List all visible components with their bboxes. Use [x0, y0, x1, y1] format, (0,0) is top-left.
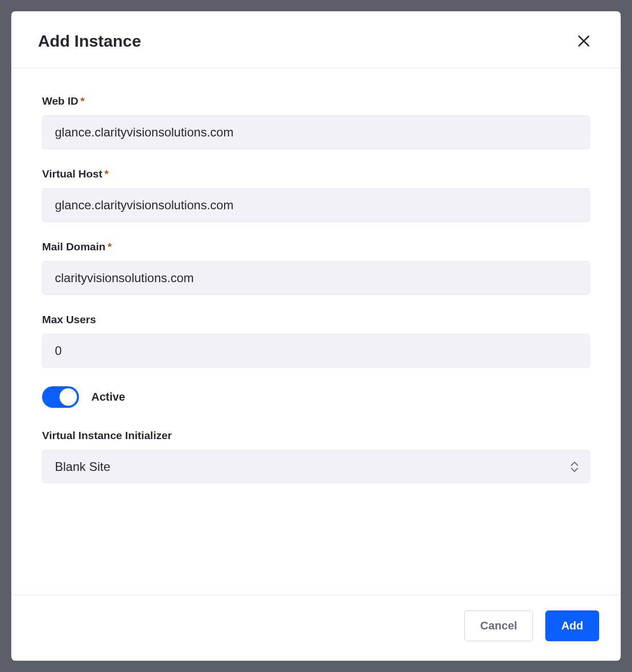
- virtual-host-label-text: Virtual Host: [42, 168, 102, 180]
- modal-body: Web ID* Virtual Host* Mail Domain* Max U…: [11, 68, 621, 595]
- virtual-host-label: Virtual Host*: [42, 168, 590, 180]
- required-asterisk: *: [81, 95, 85, 107]
- initializer-label: Virtual Instance Initializer: [42, 429, 590, 442]
- initializer-select[interactable]: Blank Site: [42, 450, 590, 483]
- modal-footer: Cancel Add: [11, 595, 621, 661]
- toggle-knob: [60, 388, 77, 406]
- mail-domain-label: Mail Domain*: [42, 241, 590, 253]
- max-users-input[interactable]: [42, 334, 590, 368]
- active-toggle-label: Active: [91, 390, 125, 404]
- modal-title: Add Instance: [38, 32, 141, 51]
- max-users-group: Max Users: [42, 313, 590, 368]
- initializer-select-wrapper: Blank Site: [42, 450, 590, 483]
- virtual-host-group: Virtual Host*: [42, 168, 590, 222]
- max-users-label: Max Users: [42, 313, 590, 326]
- add-button[interactable]: Add: [545, 610, 599, 641]
- mail-domain-input[interactable]: [42, 261, 590, 295]
- close-button[interactable]: [574, 31, 594, 51]
- web-id-label-text: Web ID: [42, 95, 78, 107]
- web-id-group: Web ID*: [42, 95, 590, 149]
- modal-header: Add Instance: [11, 11, 621, 68]
- mail-domain-group: Mail Domain*: [42, 241, 590, 295]
- cancel-button[interactable]: Cancel: [464, 610, 533, 641]
- required-asterisk: *: [108, 241, 112, 252]
- close-icon: [577, 34, 591, 48]
- required-asterisk: *: [104, 168, 108, 180]
- virtual-host-input[interactable]: [42, 188, 590, 222]
- web-id-input[interactable]: [42, 115, 590, 149]
- active-toggle-group: Active: [42, 386, 590, 408]
- active-toggle[interactable]: [42, 386, 79, 408]
- mail-domain-label-text: Mail Domain: [42, 241, 106, 252]
- initializer-group: Virtual Instance Initializer Blank Site: [42, 429, 590, 483]
- web-id-label: Web ID*: [42, 95, 590, 107]
- add-instance-modal: Add Instance Web ID* Virtual Host* Mail …: [11, 11, 621, 661]
